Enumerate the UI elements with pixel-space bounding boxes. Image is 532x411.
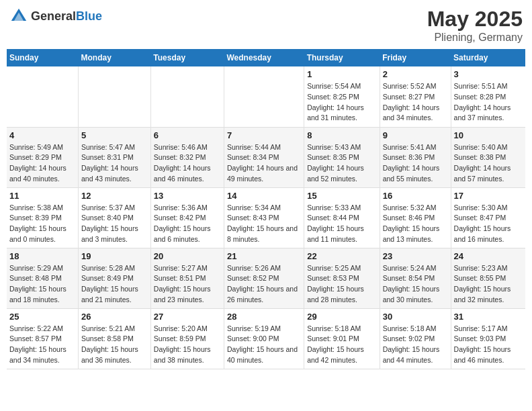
calendar-cell: 16Sunrise: 5:32 AMSunset: 8:46 PMDayligh… — [380, 187, 451, 248]
day-number: 29 — [307, 312, 376, 322]
calendar-cell: 7Sunrise: 5:44 AMSunset: 8:34 PMDaylight… — [224, 127, 304, 187]
day-info: Sunrise: 5:30 AMSunset: 8:47 PMDaylight:… — [454, 203, 523, 245]
calendar-cell: 4Sunrise: 5:49 AMSunset: 8:29 PMDaylight… — [7, 127, 79, 187]
day-number: 18 — [9, 251, 75, 261]
location-title: Pliening, Germany — [427, 32, 523, 44]
logo-blue-text: Blue — [76, 9, 102, 23]
day-info: Sunrise: 5:36 AMSunset: 8:42 PMDaylight:… — [154, 203, 221, 245]
logo-icon — [9, 7, 28, 26]
day-number: 26 — [81, 312, 148, 322]
day-info: Sunrise: 5:43 AMSunset: 8:35 PMDaylight:… — [307, 142, 376, 185]
day-number: 16 — [383, 191, 448, 201]
calendar-week-row: 25Sunrise: 5:22 AMSunset: 8:57 PMDayligh… — [7, 308, 525, 369]
logo-general-text: General — [31, 9, 76, 23]
calendar-cell: 28Sunrise: 5:19 AMSunset: 9:00 PMDayligh… — [224, 308, 304, 369]
calendar-cell: 20Sunrise: 5:27 AMSunset: 8:51 PMDayligh… — [150, 248, 224, 308]
day-number: 23 — [383, 251, 448, 261]
calendar-cell: 14Sunrise: 5:34 AMSunset: 8:43 PMDayligh… — [224, 187, 304, 248]
day-number: 22 — [307, 251, 376, 261]
weekday-header: Saturday — [451, 49, 525, 66]
weekday-header: Thursday — [304, 49, 380, 66]
day-number: 20 — [154, 251, 221, 261]
calendar-cell — [150, 66, 224, 127]
page-header: GeneralBlue May 2025 Pliening, Germany — [7, 7, 525, 44]
weekday-header: Friday — [380, 49, 451, 66]
calendar-cell: 8Sunrise: 5:43 AMSunset: 8:35 PMDaylight… — [304, 127, 380, 187]
day-number: 14 — [227, 191, 301, 201]
day-info: Sunrise: 5:44 AMSunset: 8:34 PMDaylight:… — [227, 142, 301, 185]
day-info: Sunrise: 5:18 AMSunset: 9:02 PMDaylight:… — [383, 324, 448, 366]
calendar-cell: 6Sunrise: 5:46 AMSunset: 8:32 PMDaylight… — [150, 127, 224, 187]
calendar-cell: 15Sunrise: 5:33 AMSunset: 8:44 PMDayligh… — [304, 187, 380, 248]
calendar-cell: 25Sunrise: 5:22 AMSunset: 8:57 PMDayligh… — [7, 308, 79, 369]
day-number: 27 — [154, 312, 221, 322]
day-number: 8 — [307, 130, 376, 140]
day-info: Sunrise: 5:51 AMSunset: 8:28 PMDaylight:… — [454, 81, 523, 124]
day-info: Sunrise: 5:37 AMSunset: 8:40 PMDaylight:… — [81, 203, 148, 245]
weekday-header: Monday — [79, 49, 151, 66]
day-number: 3 — [454, 69, 523, 79]
calendar-week-row: 1Sunrise: 5:54 AMSunset: 8:25 PMDaylight… — [7, 66, 525, 127]
day-number: 6 — [154, 130, 221, 140]
day-number: 9 — [383, 130, 448, 140]
day-number: 2 — [383, 69, 448, 79]
calendar-header-row: SundayMondayTuesdayWednesdayThursdayFrid… — [7, 49, 525, 66]
calendar-cell: 29Sunrise: 5:18 AMSunset: 9:01 PMDayligh… — [304, 308, 380, 369]
day-number: 5 — [81, 130, 148, 140]
day-info: Sunrise: 5:29 AMSunset: 8:48 PMDaylight:… — [9, 263, 75, 306]
day-info: Sunrise: 5:24 AMSunset: 8:54 PMDaylight:… — [383, 263, 448, 306]
day-info: Sunrise: 5:52 AMSunset: 8:27 PMDaylight:… — [383, 81, 448, 124]
day-number: 25 — [9, 312, 75, 322]
day-number: 21 — [227, 251, 301, 261]
day-info: Sunrise: 5:17 AMSunset: 9:03 PMDaylight:… — [454, 324, 523, 366]
calendar-cell: 5Sunrise: 5:47 AMSunset: 8:31 PMDaylight… — [79, 127, 151, 187]
day-number: 4 — [9, 130, 75, 140]
calendar-cell: 9Sunrise: 5:41 AMSunset: 8:36 PMDaylight… — [380, 127, 451, 187]
calendar-cell: 23Sunrise: 5:24 AMSunset: 8:54 PMDayligh… — [380, 248, 451, 308]
day-info: Sunrise: 5:34 AMSunset: 8:43 PMDaylight:… — [227, 203, 301, 245]
calendar-cell: 22Sunrise: 5:25 AMSunset: 8:53 PMDayligh… — [304, 248, 380, 308]
day-info: Sunrise: 5:20 AMSunset: 8:59 PMDaylight:… — [154, 324, 221, 366]
calendar-cell: 26Sunrise: 5:21 AMSunset: 8:58 PMDayligh… — [79, 308, 151, 369]
day-number: 31 — [454, 312, 523, 322]
calendar-cell: 17Sunrise: 5:30 AMSunset: 8:47 PMDayligh… — [451, 187, 525, 248]
calendar-cell: 3Sunrise: 5:51 AMSunset: 8:28 PMDaylight… — [451, 66, 525, 127]
day-info: Sunrise: 5:41 AMSunset: 8:36 PMDaylight:… — [383, 142, 448, 185]
day-number: 1 — [307, 69, 376, 79]
day-number: 30 — [383, 312, 448, 322]
calendar-cell: 24Sunrise: 5:23 AMSunset: 8:55 PMDayligh… — [451, 248, 525, 308]
calendar-cell: 1Sunrise: 5:54 AMSunset: 8:25 PMDaylight… — [304, 66, 380, 127]
calendar-cell: 12Sunrise: 5:37 AMSunset: 8:40 PMDayligh… — [79, 187, 151, 248]
day-number: 28 — [227, 312, 301, 322]
calendar-cell: 19Sunrise: 5:28 AMSunset: 8:49 PMDayligh… — [79, 248, 151, 308]
day-number: 12 — [81, 191, 148, 201]
day-number: 15 — [307, 191, 376, 201]
day-info: Sunrise: 5:32 AMSunset: 8:46 PMDaylight:… — [383, 203, 448, 245]
day-info: Sunrise: 5:25 AMSunset: 8:53 PMDaylight:… — [307, 263, 376, 306]
day-info: Sunrise: 5:54 AMSunset: 8:25 PMDaylight:… — [307, 81, 376, 124]
day-info: Sunrise: 5:21 AMSunset: 8:58 PMDaylight:… — [81, 324, 148, 366]
calendar-cell — [79, 66, 151, 127]
weekday-header: Tuesday — [150, 49, 224, 66]
calendar-cell: 31Sunrise: 5:17 AMSunset: 9:03 PMDayligh… — [451, 308, 525, 369]
calendar-week-row: 18Sunrise: 5:29 AMSunset: 8:48 PMDayligh… — [7, 248, 525, 308]
day-info: Sunrise: 5:22 AMSunset: 8:57 PMDaylight:… — [9, 324, 75, 366]
day-info: Sunrise: 5:28 AMSunset: 8:49 PMDaylight:… — [81, 263, 148, 306]
day-info: Sunrise: 5:26 AMSunset: 8:52 PMDaylight:… — [227, 263, 301, 306]
calendar-cell: 11Sunrise: 5:38 AMSunset: 8:39 PMDayligh… — [7, 187, 79, 248]
logo: GeneralBlue — [9, 7, 102, 26]
day-number: 19 — [81, 251, 148, 261]
calendar-week-row: 4Sunrise: 5:49 AMSunset: 8:29 PMDaylight… — [7, 127, 525, 187]
day-info: Sunrise: 5:23 AMSunset: 8:55 PMDaylight:… — [454, 263, 523, 306]
calendar-week-row: 11Sunrise: 5:38 AMSunset: 8:39 PMDayligh… — [7, 187, 525, 248]
calendar-cell: 18Sunrise: 5:29 AMSunset: 8:48 PMDayligh… — [7, 248, 79, 308]
calendar-cell: 30Sunrise: 5:18 AMSunset: 9:02 PMDayligh… — [380, 308, 451, 369]
calendar-table: SundayMondayTuesdayWednesdayThursdayFrid… — [7, 49, 525, 369]
day-info: Sunrise: 5:38 AMSunset: 8:39 PMDaylight:… — [9, 203, 75, 245]
day-info: Sunrise: 5:46 AMSunset: 8:32 PMDaylight:… — [154, 142, 221, 185]
title-block: May 2025 Pliening, Germany — [427, 7, 523, 44]
day-info: Sunrise: 5:49 AMSunset: 8:29 PMDaylight:… — [9, 142, 75, 185]
day-number: 13 — [154, 191, 221, 201]
day-info: Sunrise: 5:27 AMSunset: 8:51 PMDaylight:… — [154, 263, 221, 306]
month-title: May 2025 — [427, 7, 523, 32]
